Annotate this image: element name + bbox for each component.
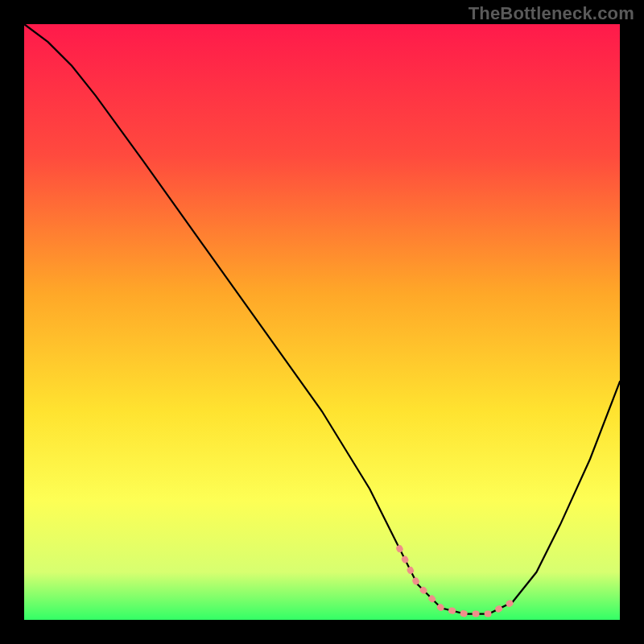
plot-background (24, 24, 620, 620)
bottleneck-chart (0, 0, 644, 644)
chart-frame: TheBottleneck.com (0, 0, 644, 644)
watermark-text: TheBottleneck.com (469, 3, 634, 24)
